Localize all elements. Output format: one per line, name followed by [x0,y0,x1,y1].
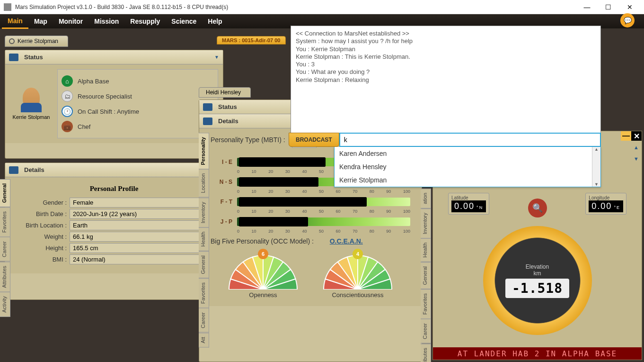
mars-clock-tab[interactable]: MARS : 0015-Adir-07 00 [217,36,286,45]
chat-line: Kerrie Stolpman : This is Kerrie Stolpma… [296,53,596,61]
status-icon: 🕐 [62,106,73,117]
side-tab-personality[interactable]: Personality [199,133,209,169]
fan-gauge: 4 [320,252,396,290]
profile-row: Weight :66.1 kg [13,232,215,242]
side-tab-inventory[interactable]: Inventory [421,208,431,238]
elevation-gauge: Elevation km -1.518 [483,226,592,335]
mid-side-tabs: PersonalityLocationInventoryHealthGenera… [199,133,209,347]
side-tab-att[interactable]: Att [199,333,209,347]
latitude-suffix: °N [476,205,483,210]
profile-row: Gender :Female [13,198,215,208]
autocomplete-item[interactable]: Kerrie Stolpman [335,173,600,187]
details-title: Details [218,118,238,125]
side-tab-general[interactable]: General [199,251,209,278]
panel-header-icon [9,166,18,174]
profile-section-title: Personal Profile [13,185,215,193]
big5-label: Big Five Personality (OCC Model) : [211,237,314,245]
details-panel: Details Personal Profile Gender :FemaleB… [5,163,223,300]
person-tab-heidi[interactable]: Heidi Hensley [199,87,251,98]
window-titlebar: Mars Simulation Project v3.1.0 - Build 3… [0,0,644,14]
longitude-box: Longitude 0.00°E [585,193,626,215]
menu-item-monitor[interactable]: Monitor [53,15,88,28]
side-tab-health[interactable]: Health [421,238,431,262]
side-tab-favorites[interactable]: Favorites [199,278,209,308]
side-tab-career[interactable]: Career [421,319,431,344]
profile-value: Female [70,198,215,208]
status-icon: 🗂 [62,90,73,102]
big5-fan-openness: 6Openness [225,252,301,299]
scrollbar[interactable]: ▲▼ [592,147,600,187]
side-tab-favorites[interactable]: Favorites [421,289,431,319]
status-icon: 💼 [62,121,73,132]
menu-item-main[interactable]: Main [2,14,28,29]
left-side-tabs: GeneralFavoritesCareerAttributesActivity [0,179,10,317]
status-panel-header[interactable]: Status ▼ [5,50,223,64]
longitude-value: 0.00 [591,201,612,211]
side-tab-health[interactable]: Health [199,227,209,251]
elevation-value: -1.518 [505,279,569,298]
globe-search-icon[interactable]: 🔍 [528,199,547,217]
profile-key: Weight : [13,233,70,240]
details-panel-header[interactable]: Details [5,163,223,177]
autocomplete-item[interactable]: Karen Andersen [335,147,600,160]
status-icon: ⌂ [62,75,73,87]
side-tab-career[interactable]: Career [199,308,209,333]
scroll-up-icon[interactable]: ▲ [634,145,639,150]
side-tab-attributes[interactable]: Attributes [421,344,431,362]
status-title: Status [218,103,237,110]
panel-minimize-button[interactable]: — [621,131,631,141]
side-tab-ation[interactable]: ation [421,189,431,208]
fan-score-badge: 6 [258,249,268,259]
latitude-value: 0.00 [454,201,475,211]
menu-item-science[interactable]: Science [166,15,202,28]
scale-label: I - E [211,159,232,165]
ocean-link[interactable]: O.C.E.A.N. [330,237,363,245]
side-tab-general[interactable]: General [0,179,10,207]
side-tab-favorites[interactable]: Favorites [0,207,10,237]
collapse-icon[interactable]: ▼ [214,54,219,60]
chat-line: You : 3 [296,61,596,68]
person-tab-kerrie[interactable]: Kerrie Stolpman [5,36,68,47]
side-tab-general[interactable]: General [421,262,431,289]
elevation-unit: km [534,270,541,277]
fan-score-badge: 4 [353,249,363,259]
person-tab-label: Heidi Hensley [206,89,241,96]
panel-close-button[interactable]: ✕ [631,131,642,141]
chat-line: You : Kerrie Stolpman [296,45,596,53]
fan-label: Conscientiousness [332,291,383,299]
side-tab-activity[interactable]: Activity [0,292,10,317]
minimize-button[interactable]: — [576,0,598,14]
maximize-button[interactable]: ☐ [598,0,619,14]
profile-value: 2020-Jun-19 (22 years) [70,209,215,219]
mbti-label: Personality Type (MBTI) : [211,136,285,144]
side-tab-location[interactable]: Location [199,169,209,198]
autocomplete-item[interactable]: Kendra Hensley [335,160,600,173]
status-item: ⌂Alpha Base [62,73,214,89]
side-tab-inventory[interactable]: Inventory [199,198,209,227]
mbti-scale-row: F - T0102030405060708090100 [211,198,410,206]
scale-label: F - T [211,199,232,205]
window-title: Mars Simulation Project v3.1.0 - Build 3… [15,4,576,10]
chat-bubble-icon[interactable]: 💬 [620,13,635,27]
profile-value: Earth [70,220,215,230]
broadcast-button[interactable]: BROADCAST [289,133,339,147]
menu-item-resupply[interactable]: Resupply [124,15,166,28]
chat-line: System : how may I assist you ? /h for h… [296,37,596,45]
chat-line: << Connection to MarsNet established >> [296,30,596,37]
menu-item-mission[interactable]: Mission [88,15,124,28]
longitude-suffix: °E [614,205,620,210]
chat-input[interactable] [339,133,601,147]
elevation-label: Elevation [526,263,549,270]
autocomplete-dropdown: Karen AndersenKendra HensleyKerrie Stolp… [334,147,601,187]
menu-item-map[interactable]: Map [28,15,53,28]
menu-item-help[interactable]: Help [202,15,228,28]
profile-row: Birth Location :Earth [13,220,215,230]
side-tab-career[interactable]: Career [0,237,10,262]
side-tab-attributes[interactable]: Attributes [0,262,10,292]
scroll-down-icon[interactable]: ▼ [634,156,639,162]
status-text: On Call Shift : Anytime [78,108,139,115]
scale-label: J - P [211,218,232,225]
close-button[interactable]: ✕ [619,0,640,14]
profile-key: Birth Location : [13,222,70,229]
profile-key: Birth Date : [13,210,70,217]
